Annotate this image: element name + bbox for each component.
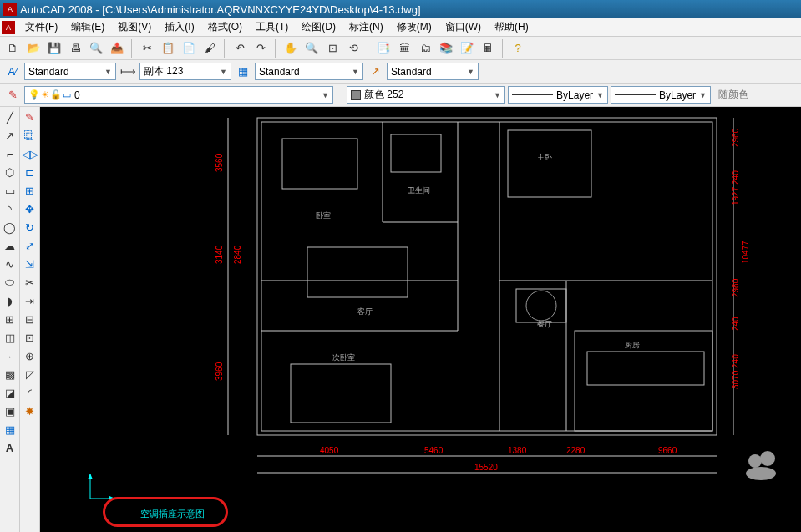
copy-button[interactable]: 📋	[159, 39, 177, 58]
color-value: 颜色 252	[364, 88, 490, 102]
svg-text:客厅: 客厅	[357, 307, 373, 316]
erase-button[interactable]: ✎	[22, 109, 38, 125]
zoom-rt-button[interactable]: 🔍	[302, 39, 321, 58]
menu-dimension[interactable]: 标注(N)	[342, 18, 390, 36]
svg-text:3560: 3560	[215, 153, 224, 172]
table-style-icon[interactable]: ▦	[234, 63, 252, 81]
text-style-icon[interactable]: A⁄	[3, 63, 22, 81]
insert-block-button[interactable]: ⊞	[2, 311, 18, 327]
layer-combo[interactable]: 💡☀🔓▭ 0 ▼	[24, 86, 333, 104]
zoom-prev-button[interactable]: ⟲	[344, 39, 362, 58]
rotate-button[interactable]: ↻	[22, 219, 38, 236]
make-block-button[interactable]: ◫	[2, 329, 18, 346]
work-area: ╱ ↗ ⌐ ⬡ ▭ ◝ ◯ ☁ ∿ ⬭ ◗ ⊞ ◫ · ▩ ◪ ▣ ▦ A ✎ …	[0, 107, 801, 532]
sheet-set-button[interactable]: 📚	[437, 39, 455, 58]
svg-rect-18	[291, 364, 391, 423]
new-button[interactable]: 🗋	[3, 39, 22, 58]
draw-toolbar: ╱ ↗ ⌐ ⬡ ▭ ◝ ◯ ☁ ∿ ⬭ ◗ ⊞ ◫ · ▩ ◪ ▣ ▦ A	[0, 107, 20, 532]
lineweight-combo[interactable]: ByLayer ▼	[611, 86, 711, 104]
pline-button[interactable]: ⌐	[2, 145, 18, 162]
menu-draw[interactable]: 绘图(D)	[295, 18, 342, 36]
chamfer-button[interactable]: ◸	[22, 366, 38, 383]
offset-button[interactable]: ⊏	[22, 164, 38, 180]
undo-button[interactable]: ↶	[231, 39, 249, 58]
help-button[interactable]: ?	[509, 39, 527, 58]
mleader-style-combo[interactable]: Standard▼	[387, 63, 479, 80]
menu-modify[interactable]: 修改(M)	[390, 18, 439, 36]
svg-text:卫生间: 卫生间	[408, 186, 430, 195]
break-button[interactable]: ⊡	[22, 329, 38, 346]
preview-button[interactable]: 🔍	[87, 39, 105, 58]
layer-current-value: 0	[74, 89, 318, 101]
menu-edit[interactable]: 编辑(E)	[64, 18, 111, 36]
scale-button[interactable]: ⤢	[22, 237, 38, 254]
matchprop-button[interactable]: 🖌	[200, 39, 219, 58]
rectangle-button[interactable]: ▭	[2, 182, 18, 199]
trim-button[interactable]: ✂	[22, 274, 38, 291]
mirror-button[interactable]: ◁▷	[22, 145, 38, 162]
markup-button[interactable]: 📝	[458, 39, 476, 58]
svg-text:厨房: 厨房	[625, 341, 640, 349]
array-button[interactable]: ⊞	[22, 182, 38, 199]
color-swatch-icon	[351, 90, 361, 100]
drawing-canvas[interactable]: 卧室 卫生间 主卧 客厅 次卧室 餐厅 厨房 4050 5460 1380 22…	[40, 107, 801, 532]
publish-button[interactable]: 📤	[108, 39, 126, 58]
mleader-style-icon[interactable]: ↗	[366, 63, 384, 81]
redo-button[interactable]: ↷	[251, 39, 270, 58]
menu-tools[interactable]: 工具(T)	[249, 18, 295, 36]
extend-button[interactable]: ⇥	[22, 292, 38, 309]
svg-text:3070 240: 3070 240	[731, 354, 740, 389]
zoom-window-button[interactable]: ⊡	[323, 39, 342, 58]
gradient-button[interactable]: ◪	[2, 384, 18, 401]
arc-button[interactable]: ◝	[2, 200, 18, 217]
dim-style-icon[interactable]: ⟼	[119, 63, 137, 81]
app-icon: A	[3, 3, 17, 16]
dim-style-combo[interactable]: 副本 123▼	[139, 63, 231, 80]
paste-button[interactable]: 📄	[180, 39, 198, 58]
fillet-button[interactable]: ◜	[22, 384, 38, 401]
move-button[interactable]: ✥	[22, 200, 38, 217]
color-combo[interactable]: 颜色 252 ▼	[347, 86, 505, 104]
separator	[275, 39, 276, 58]
revcloud-button[interactable]: ☁	[2, 237, 18, 254]
menu-window[interactable]: 窗口(W)	[439, 18, 488, 36]
menu-insert[interactable]: 插入(I)	[158, 18, 200, 36]
open-button[interactable]: 📂	[24, 39, 43, 58]
print-button[interactable]: 🖶	[66, 39, 84, 58]
save-button[interactable]: 💾	[45, 39, 63, 58]
explode-button[interactable]: ✸	[22, 403, 38, 419]
text-style-combo[interactable]: Standard▼	[24, 63, 116, 80]
cut-button[interactable]: ✂	[138, 39, 156, 58]
ellipse-arc-button[interactable]: ◗	[2, 292, 18, 309]
polygon-button[interactable]: ⬡	[2, 164, 18, 180]
spline-button[interactable]: ∿	[2, 256, 18, 272]
break-at-point-button[interactable]: ⊟	[22, 311, 38, 327]
region-button[interactable]: ▣	[2, 403, 18, 419]
table-button[interactable]: ▦	[2, 421, 18, 438]
menu-help[interactable]: 帮助(H)	[488, 18, 535, 36]
copy-obj-button[interactable]: ⿻	[22, 127, 38, 144]
quickcalc-button[interactable]: 🖩	[479, 39, 497, 58]
table-style-combo[interactable]: Standard▼	[255, 63, 363, 80]
circle-button[interactable]: ◯	[2, 219, 18, 236]
text-style-value: Standard	[28, 66, 69, 78]
join-button[interactable]: ⊕	[22, 347, 38, 364]
dcenter-button[interactable]: 🏛	[395, 39, 413, 58]
menu-file[interactable]: 文件(F)	[18, 18, 64, 36]
lineweight-preview-icon	[615, 94, 656, 95]
ellipse-button[interactable]: ⬭	[2, 274, 18, 291]
tool-palettes-button[interactable]: 🗂	[416, 39, 434, 58]
point-button[interactable]: ·	[2, 347, 18, 364]
pan-button[interactable]: ✋	[281, 39, 300, 58]
line-button[interactable]: ╱	[2, 109, 18, 125]
table-style-value: Standard	[259, 66, 300, 78]
menu-format[interactable]: 格式(O)	[201, 18, 249, 36]
mtext-button[interactable]: A	[2, 439, 18, 456]
xline-button[interactable]: ↗	[2, 127, 18, 144]
layer-manager-button[interactable]: ✎	[3, 86, 22, 104]
hatch-button[interactable]: ▩	[2, 366, 18, 383]
menu-view[interactable]: 视图(V)	[111, 18, 158, 36]
stretch-button[interactable]: ⇲	[22, 256, 38, 272]
properties-button[interactable]: 📑	[374, 39, 393, 58]
linetype-combo[interactable]: ByLayer ▼	[508, 86, 608, 104]
